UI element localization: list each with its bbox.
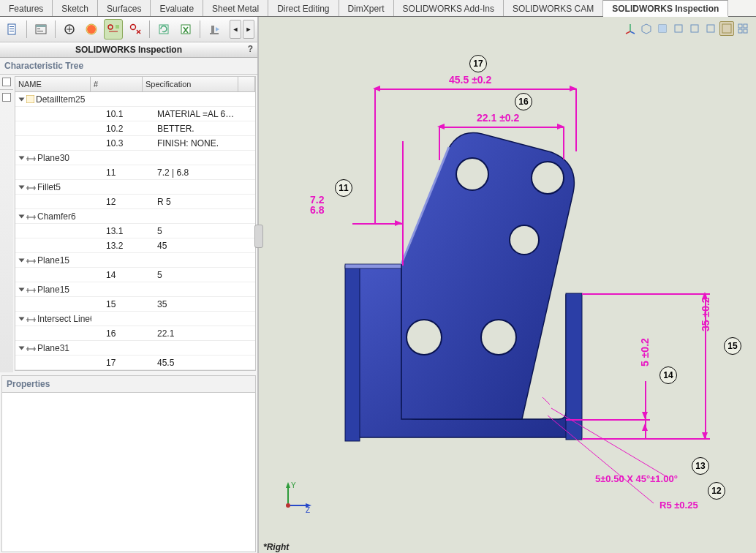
svg-line-72 xyxy=(543,397,550,405)
tab-solidworks-inspection[interactable]: SOLIDWORKS Inspection xyxy=(603,0,728,17)
launch-standalone-icon[interactable] xyxy=(205,19,224,40)
tree-node[interactable]: Fillet5 xyxy=(15,180,255,195)
tree-row[interactable]: 1745.5 xyxy=(15,356,255,370)
balloon-17[interactable]: 17 xyxy=(469,55,487,72)
dim-text-15[interactable]: 35 ±0.2 xyxy=(700,297,711,331)
balloon-15[interactable]: 15 xyxy=(724,337,741,355)
dim-icon xyxy=(26,345,36,352)
tab-sheet-metal[interactable]: Sheet Metal xyxy=(203,0,268,16)
svg-rect-26 xyxy=(26,95,34,103)
tree-row[interactable]: 12R 5 xyxy=(15,195,255,209)
expand-icon[interactable] xyxy=(19,287,25,291)
characteristic-tree[interactable]: NAME # Specification DetailItem25 10.1MA… xyxy=(15,76,256,371)
ext-line xyxy=(582,293,710,295)
command-manager-tabs: Features Sketch Surfaces Evaluate Sheet … xyxy=(0,0,756,17)
svg-rect-7 xyxy=(37,31,43,31)
dim-text-13[interactable]: 5±0.50 X 45°±1.00° xyxy=(595,473,678,484)
tree-icon-2[interactable] xyxy=(2,93,11,102)
tree-row[interactable]: 117.2 | 6.8 xyxy=(15,165,255,180)
dim-text-12[interactable]: R5 ±0.25 xyxy=(659,500,698,511)
svg-point-79 xyxy=(286,503,290,508)
tree-node[interactable]: Intersect Line6 xyxy=(15,312,255,326)
template-icon[interactable] xyxy=(31,19,50,40)
tab-direct-editing[interactable]: Direct Editing xyxy=(268,0,339,16)
svg-rect-3 xyxy=(10,31,14,31)
expand-icon[interactable] xyxy=(19,185,25,189)
part-model[interactable] xyxy=(259,17,756,551)
dim-arrow xyxy=(395,220,402,226)
tree-row[interactable]: 10.3FINISH: NONE. xyxy=(15,136,255,151)
tab-features[interactable]: Features xyxy=(0,0,53,16)
expand-icon[interactable] xyxy=(19,346,25,350)
tab-solidworks-cam[interactable]: SOLIDWORKS CAM xyxy=(504,0,603,16)
tree-node[interactable]: Plane30 xyxy=(15,151,255,165)
col-end xyxy=(238,77,255,91)
dim-text-16[interactable]: 22.1 ±0.2 xyxy=(477,112,519,124)
graphics-viewport[interactable]: 45.5 ±0.2 17 22.1 ±0.2 16 7.2 6.8 11 35 … xyxy=(259,17,756,553)
tree-row[interactable]: 10.1MATERIAL =AL 60... xyxy=(15,107,255,121)
add-characteristic-icon[interactable] xyxy=(60,19,79,40)
dim-text-17[interactable]: 45.5 ±0.2 xyxy=(449,74,491,86)
tree-node[interactable]: Plane15 xyxy=(15,253,255,268)
tab-solidworks-addins[interactable]: SOLIDWORKS Add-Ins xyxy=(394,0,504,16)
ext-line xyxy=(402,141,404,266)
svg-rect-62 xyxy=(345,266,360,441)
dim-text-14[interactable]: 5 ±0.2 xyxy=(639,338,651,366)
expand-icon[interactable] xyxy=(19,258,25,262)
orientation-triad[interactable]: Y Z xyxy=(279,481,311,513)
svg-rect-64 xyxy=(566,293,582,440)
balloon-13[interactable]: 13 xyxy=(692,457,709,475)
tree-node[interactable]: Chamfer6 xyxy=(15,209,255,224)
select-characteristic-icon[interactable] xyxy=(104,19,123,40)
tab-surfaces[interactable]: Surfaces xyxy=(98,0,151,16)
dim-text-11b[interactable]: 6.8 xyxy=(310,204,324,216)
tree-root[interactable]: DetailItem25 xyxy=(15,92,255,107)
tree-row[interactable]: 13.15 xyxy=(15,224,255,238)
tab-sketch[interactable]: Sketch xyxy=(53,0,98,16)
balloon-14[interactable]: 14 xyxy=(659,366,677,384)
expand-icon[interactable] xyxy=(19,97,25,101)
expand-icon[interactable] xyxy=(19,156,25,159)
note-icon xyxy=(26,95,34,103)
new-project-icon[interactable] xyxy=(3,19,22,40)
svg-point-69 xyxy=(481,320,516,355)
export-excel-icon[interactable] xyxy=(176,19,195,40)
svg-point-12 xyxy=(87,25,96,34)
expand-icon[interactable] xyxy=(19,317,25,320)
balloon-11[interactable]: 11 xyxy=(335,179,352,197)
tree-row[interactable]: 1622.1 xyxy=(15,326,255,341)
svg-marker-74 xyxy=(286,482,290,488)
dim-icon xyxy=(26,286,36,293)
col-name[interactable]: NAME xyxy=(15,77,91,91)
col-spec[interactable]: Specification xyxy=(143,77,238,91)
expand-icon[interactable] xyxy=(19,214,25,218)
scroll-left-icon[interactable]: ◄ xyxy=(230,20,241,39)
tree-row[interactable]: 1535 xyxy=(15,297,255,312)
update-project-icon[interactable] xyxy=(154,19,173,40)
tree-row[interactable]: 13.245 xyxy=(15,238,255,253)
svg-rect-5 xyxy=(36,25,46,27)
svg-point-66 xyxy=(532,162,564,194)
svg-rect-24 xyxy=(210,33,219,34)
balloon-settings-icon[interactable] xyxy=(82,19,101,40)
tree-row[interactable]: 145 xyxy=(15,268,255,282)
tab-dimxpert[interactable]: DimXpert xyxy=(339,0,394,16)
svg-point-65 xyxy=(456,158,488,190)
tree-icon-1[interactable] xyxy=(2,78,11,86)
svg-rect-6 xyxy=(37,29,40,29)
tree-side-icons xyxy=(0,75,13,372)
tree-node[interactable]: Plane15 xyxy=(15,282,255,297)
panel-help-icon[interactable]: ? xyxy=(248,44,253,54)
dim-line xyxy=(439,127,563,128)
tree-row[interactable]: 10.2BETTER. xyxy=(15,121,255,136)
tab-evaluate[interactable]: Evaluate xyxy=(151,0,203,16)
svg-rect-23 xyxy=(211,26,214,33)
remove-characteristic-icon[interactable] xyxy=(126,19,145,40)
tree-node[interactable]: Plane31 xyxy=(15,341,255,356)
dim-line xyxy=(374,89,575,90)
balloon-12[interactable]: 12 xyxy=(708,482,725,500)
col-num[interactable]: # xyxy=(91,77,143,91)
scroll-right-icon[interactable]: ► xyxy=(243,20,254,39)
characteristic-tree-title: Characteristic Tree xyxy=(0,58,257,75)
balloon-16[interactable]: 16 xyxy=(515,93,532,110)
